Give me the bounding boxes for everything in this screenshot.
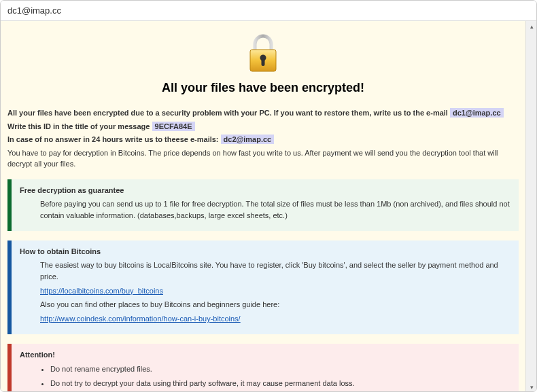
guarantee-title: Free decryption as guarantee bbox=[20, 186, 510, 194]
intro-line-1: All your files have been encrypted due t… bbox=[7, 107, 519, 119]
main-content: All your files have been encrypted! All … bbox=[1, 21, 525, 392]
intro-line-3: In case of no answer in 24 hours write u… bbox=[7, 134, 519, 145]
intro-text-2: Write this ID in the title of your messa… bbox=[7, 122, 152, 130]
attention-section: Attention! Do not rename encrypted files… bbox=[7, 344, 519, 392]
message-id: 9ECFA84E bbox=[152, 122, 195, 131]
primary-email: dc1@imap.cc bbox=[450, 108, 504, 118]
vertical-scrollbar[interactable]: ▴ ▾ bbox=[525, 21, 536, 392]
window-titlebar: dc1@imap.cc bbox=[1, 1, 536, 21]
list-item: Do not rename encrypted files. bbox=[50, 363, 510, 376]
payment-info: You have to pay for decryption in Bitcoi… bbox=[7, 147, 519, 170]
lock-container bbox=[7, 33, 519, 75]
attention-list: Do not rename encrypted files. Do not tr… bbox=[20, 363, 510, 392]
intro-line-2: Write this ID in the title of your messa… bbox=[7, 121, 519, 132]
intro-text-1: All your files have been encrypted due t… bbox=[7, 109, 450, 117]
scroll-down-button[interactable]: ▾ bbox=[526, 382, 537, 392]
list-item: Do not try to decrypt your data using th… bbox=[50, 377, 510, 391]
window-title: dc1@imap.cc bbox=[7, 5, 61, 16]
chevron-down-icon: ▾ bbox=[530, 384, 534, 391]
guarantee-text: Before paying you can send us up to 1 fi… bbox=[40, 198, 510, 222]
guarantee-body: Before paying you can send us up to 1 fi… bbox=[20, 198, 510, 222]
bitcoins-title: How to obtain Bitcoins bbox=[20, 247, 510, 255]
content-wrapper: All your files have been encrypted! All … bbox=[1, 21, 536, 392]
lock-icon bbox=[246, 67, 280, 75]
bitcoins-section: How to obtain Bitcoins The easiest way t… bbox=[7, 240, 519, 334]
bitcoins-text-2: Also you can find other places to buy Bi… bbox=[40, 299, 510, 311]
secondary-email: dc2@imap.cc bbox=[221, 135, 275, 144]
guarantee-section: Free decryption as guarantee Before payi… bbox=[7, 179, 519, 231]
localbitcoins-link[interactable]: https://localbitcoins.com/buy_bitcoins bbox=[40, 287, 163, 295]
intro-text-3: In case of no answer in 24 hours write u… bbox=[7, 135, 221, 143]
bitcoins-text-1: The easiest way to buy bitcoins is Local… bbox=[40, 260, 510, 283]
coindesk-link[interactable]: http://www.coindesk.com/information/how-… bbox=[40, 315, 241, 323]
scroll-up-button[interactable]: ▴ bbox=[526, 21, 537, 32]
bitcoins-body: The easiest way to buy bitcoins is Local… bbox=[20, 260, 510, 325]
chevron-up-icon: ▴ bbox=[530, 23, 534, 30]
intro-section: All your files have been encrypted due t… bbox=[7, 107, 519, 170]
main-heading: All your files have been encrypted! bbox=[7, 81, 519, 95]
svg-rect-2 bbox=[262, 59, 265, 66]
attention-title: Attention! bbox=[20, 351, 510, 359]
